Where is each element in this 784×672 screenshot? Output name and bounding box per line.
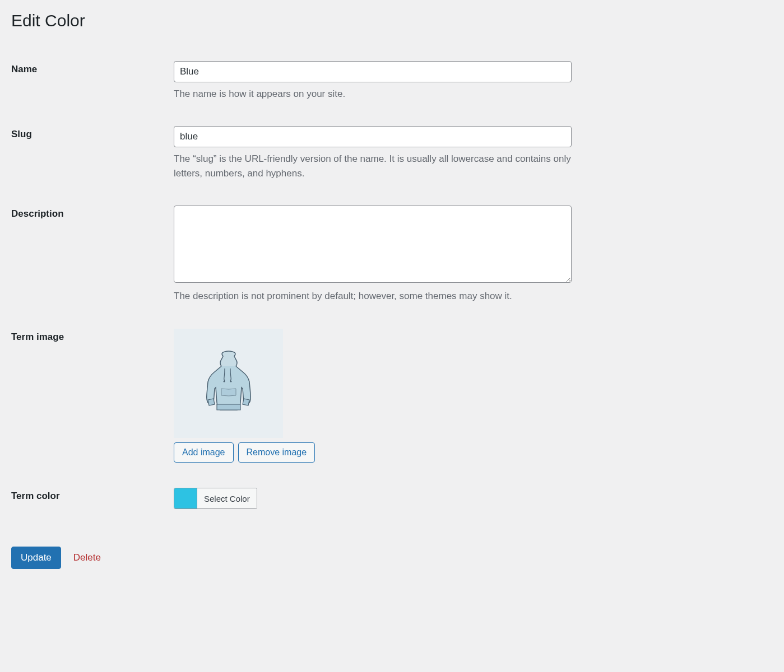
slug-description: The “slug” is the URL-friendly version o…	[174, 152, 572, 180]
description-label: Description	[11, 197, 174, 320]
name-label: Name	[11, 53, 174, 118]
color-swatch	[174, 488, 197, 508]
delete-link[interactable]: Delete	[73, 552, 101, 563]
description-textarea[interactable]	[174, 206, 572, 283]
svg-point-0	[223, 381, 225, 382]
term-color-label: Term color	[11, 479, 174, 527]
add-image-button[interactable]: Add image	[174, 442, 234, 463]
term-image-label: Term image	[11, 320, 174, 480]
svg-point-1	[230, 381, 231, 382]
page-title: Edit Color	[11, 11, 773, 30]
color-picker[interactable]: Select Color	[174, 488, 257, 509]
description-help: The description is not prominent by defa…	[174, 289, 572, 304]
name-input[interactable]	[174, 61, 572, 82]
term-image-preview	[174, 329, 283, 438]
remove-image-button[interactable]: Remove image	[238, 442, 316, 463]
name-description: The name is how it appears on your site.	[174, 87, 572, 101]
select-color-button[interactable]: Select Color	[197, 488, 257, 508]
hoodie-icon	[198, 349, 259, 417]
update-button[interactable]: Update	[11, 547, 61, 569]
slug-input[interactable]	[174, 126, 572, 147]
slug-label: Slug	[11, 118, 174, 197]
